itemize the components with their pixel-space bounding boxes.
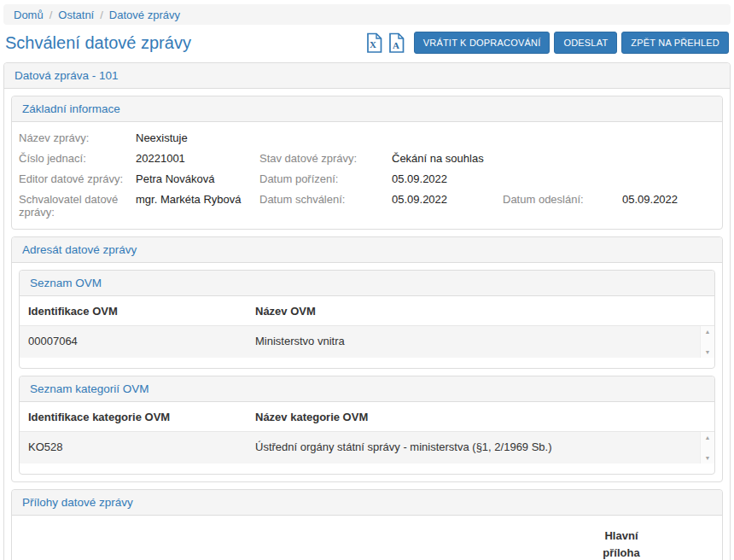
return-for-revision-button[interactable]: VRÁTIT K DOPRACOVÁNÍ xyxy=(414,32,550,54)
svg-text:A: A xyxy=(393,39,399,50)
page-header: Schválení datové zprávy X A VRÁTIT K DOP… xyxy=(3,32,731,54)
addressee-panel: Adresát datové zprávy Seznam OVM Identif… xyxy=(11,236,723,482)
export-xls-button[interactable]: X xyxy=(365,32,383,54)
field-value-editor: Petra Nováková xyxy=(136,172,259,185)
ovm-cat-col-nazev: Název kategorie OVM xyxy=(255,411,706,423)
ovm-cat-col-identifikace: Identifikace kategorie OVM xyxy=(28,411,255,423)
toolbar: X A VRÁTIT K DOPRACOVÁNÍ ODESLAT ZPĚT NA… xyxy=(365,32,729,54)
breadcrumb-separator: / xyxy=(50,9,53,21)
back-to-overview-button[interactable]: ZPĚT NA PŘEHLED xyxy=(621,32,729,54)
field-label-porizeni: Datum pořízení: xyxy=(259,172,392,185)
field-value-schvaleni: 05.09.2022 xyxy=(392,193,503,206)
send-button[interactable]: ODESLAT xyxy=(554,32,617,54)
ovm-name-cell: Ministerstvo vnitra xyxy=(255,335,691,349)
field-label-schvaleni: Datum schválení: xyxy=(259,193,392,206)
pdf-file-icon: A xyxy=(387,44,405,56)
ovm-list-panel-title: Seznam OVM xyxy=(20,271,714,296)
data-message-panel: Datová zpráva - 101 Základní informace N… xyxy=(3,62,731,560)
export-pdf-button[interactable]: A xyxy=(387,32,405,54)
ovm-list-panel: Seznam OVM Identifikace OVM Název OVM 00… xyxy=(19,270,715,369)
xls-file-icon: X xyxy=(365,44,383,56)
field-value-stav: Čekání na souhlas xyxy=(392,152,503,165)
vertical-scrollbar[interactable]: ▲ ▼ xyxy=(700,432,714,464)
addressee-panel-title: Adresát datové zprávy xyxy=(12,237,722,263)
scroll-down-icon[interactable]: ▼ xyxy=(705,455,711,461)
table-row[interactable]: 00007064 Ministerstvo vnitra xyxy=(20,326,700,358)
scroll-up-icon[interactable]: ▲ xyxy=(705,329,711,335)
ovm-list-col-identifikace: Identifikace OVM xyxy=(28,305,255,318)
field-value-schvalovatel: mgr. Markéta Rybová xyxy=(136,193,259,206)
ovm-id-cell: 00007064 xyxy=(28,335,255,349)
breadcrumb-ostatni-link[interactable]: Ostatní xyxy=(58,9,94,21)
basic-info-fields: Název zprávy: Neexistuje Číslo jednací: … xyxy=(12,122,722,229)
ovm-cat-id-cell: KO528 xyxy=(28,440,255,455)
ovm-categories-scroll-area: KO528 Ústřední orgány státní správy - mi… xyxy=(20,432,714,464)
field-label-stav: Stav datové zprávy: xyxy=(259,152,392,165)
field-value-cislo: 20221001 xyxy=(136,152,259,165)
field-label-nazev: Název zprávy: xyxy=(19,131,136,144)
breadcrumb: Domů / Ostatní / Datové zprávy xyxy=(3,4,731,25)
table-row[interactable]: KO528 Ústřední orgány státní správy - mi… xyxy=(20,432,700,464)
attachments-panel: Přílohy datové zprávy Hlavní příloha RFC… xyxy=(11,489,723,560)
field-value-porizeni: 05.09.2022 xyxy=(392,172,503,185)
attachments-table-header: Hlavní příloha xyxy=(12,516,722,560)
scroll-up-icon[interactable]: ▲ xyxy=(705,435,711,440)
field-label-odeslani: Datum odeslání: xyxy=(503,193,622,206)
breadcrumb-home-link[interactable]: Domů xyxy=(14,9,44,21)
scroll-down-icon[interactable]: ▼ xyxy=(705,349,711,355)
ovm-list-table-header: Identifikace OVM Název OVM xyxy=(20,296,714,326)
basic-info-panel-title: Základní informace xyxy=(12,96,722,122)
page-title: Schválení datové zprávy xyxy=(5,33,191,53)
field-label-editor: Editor datové zprávy: xyxy=(19,172,136,185)
ovm-categories-table-header: Identifikace kategorie OVM Název kategor… xyxy=(20,402,714,432)
attachments-col-main: Hlavní příloha xyxy=(585,528,657,560)
ovm-list-col-nazev: Název OVM xyxy=(255,305,706,318)
attachments-panel-title: Přílohy datové zprávy xyxy=(12,490,722,516)
breadcrumb-datove-zpravy-link[interactable]: Datové zprávy xyxy=(109,9,180,21)
data-message-panel-title: Datová zpráva - 101 xyxy=(4,63,730,89)
ovm-list-scroll-area: 00007064 Ministerstvo vnitra ▲ ▼ xyxy=(20,326,714,358)
basic-info-panel: Základní informace Název zprávy: Neexist… xyxy=(11,96,723,230)
field-label-schvalovatel: Schvalovatel datové zprávy: xyxy=(19,193,136,219)
vertical-scrollbar[interactable]: ▲ ▼ xyxy=(700,326,714,358)
field-value-nazev: Neexistuje xyxy=(136,131,259,144)
ovm-cat-name-cell: Ústřední orgány státní správy - minister… xyxy=(255,440,691,455)
ovm-categories-panel-title: Seznam kategorií OVM xyxy=(20,376,714,402)
field-label-cislo: Číslo jednací: xyxy=(19,152,136,165)
ovm-categories-panel: Seznam kategorií OVM Identifikace katego… xyxy=(19,376,715,475)
breadcrumb-separator: / xyxy=(100,9,103,21)
svg-text:X: X xyxy=(370,39,376,50)
field-value-odeslani: 05.09.2022 xyxy=(622,193,714,206)
